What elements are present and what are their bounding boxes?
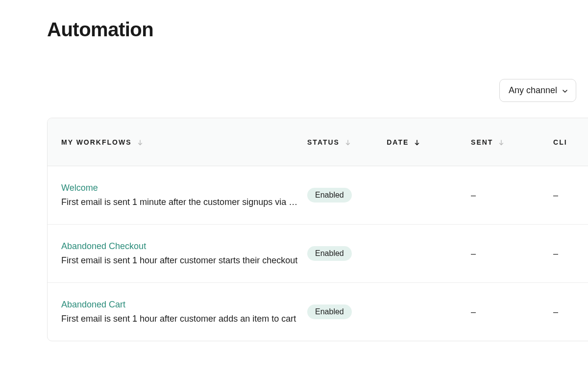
click-value: –: [553, 190, 558, 201]
click-cell: –: [553, 190, 582, 201]
column-header-click[interactable]: CLI: [553, 138, 582, 146]
column-header-date-label: Date: [387, 138, 409, 146]
column-header-status-label: Status: [307, 138, 340, 146]
workflow-name-link[interactable]: Abandoned Checkout: [61, 241, 146, 252]
sent-value: –: [471, 307, 476, 317]
status-badge: Enabled: [307, 246, 352, 261]
workflow-description: First email is sent 1 minute after the c…: [61, 197, 306, 207]
column-header-sent-label: Sent: [471, 138, 493, 146]
sent-cell: –: [471, 190, 553, 201]
click-value: –: [553, 249, 558, 259]
channel-filter-dropdown[interactable]: Any channel: [499, 79, 576, 102]
status-cell: Enabled: [307, 304, 387, 319]
sort-arrow-down-icon: [414, 139, 420, 146]
table-row: Welcome First email is sent 1 minute aft…: [48, 166, 588, 225]
chevron-down-icon: [562, 88, 567, 93]
workflow-name-link[interactable]: Abandoned Cart: [61, 300, 125, 310]
sort-arrow-down-icon: [498, 139, 505, 146]
channel-filter-label: Any channel: [509, 85, 557, 96]
column-header-click-label: CLI: [553, 138, 567, 146]
table-header-row: My Workflows Status Date Sent CLI: [48, 118, 588, 166]
workflow-cell: Abandoned Checkout First email is sent 1…: [61, 241, 307, 266]
status-cell: Enabled: [307, 188, 387, 203]
column-header-status[interactable]: Status: [307, 138, 387, 146]
filter-bar: Any channel: [0, 41, 588, 102]
workflows-table: My Workflows Status Date Sent CLI: [47, 118, 588, 341]
workflow-cell: Welcome First email is sent 1 minute aft…: [61, 183, 307, 207]
workflow-description: First email is sent 1 hour after custome…: [61, 255, 306, 266]
workflow-description: First email is sent 1 hour after custome…: [61, 314, 306, 324]
click-value: –: [553, 307, 558, 317]
column-header-date[interactable]: Date: [387, 138, 471, 146]
sort-arrow-down-icon: [344, 139, 351, 146]
column-header-workflows[interactable]: My Workflows: [61, 138, 307, 146]
sort-arrow-down-icon: [137, 139, 144, 146]
sent-value: –: [471, 190, 476, 201]
sent-cell: –: [471, 249, 553, 259]
workflow-cell: Abandoned Cart First email is sent 1 hou…: [61, 300, 307, 324]
column-header-sent[interactable]: Sent: [471, 138, 553, 146]
click-cell: –: [553, 307, 582, 317]
table-body: Welcome First email is sent 1 minute aft…: [48, 166, 588, 341]
table-row: Abandoned Cart First email is sent 1 hou…: [48, 283, 588, 341]
column-header-workflows-label: My Workflows: [61, 138, 132, 146]
workflow-name-link[interactable]: Welcome: [61, 183, 98, 193]
status-cell: Enabled: [307, 246, 387, 261]
sent-value: –: [471, 249, 476, 259]
status-badge: Enabled: [307, 304, 352, 319]
click-cell: –: [553, 249, 582, 259]
page-title: Automation: [0, 0, 588, 41]
status-badge: Enabled: [307, 188, 352, 203]
table-row: Abandoned Checkout First email is sent 1…: [48, 225, 588, 283]
sent-cell: –: [471, 307, 553, 317]
